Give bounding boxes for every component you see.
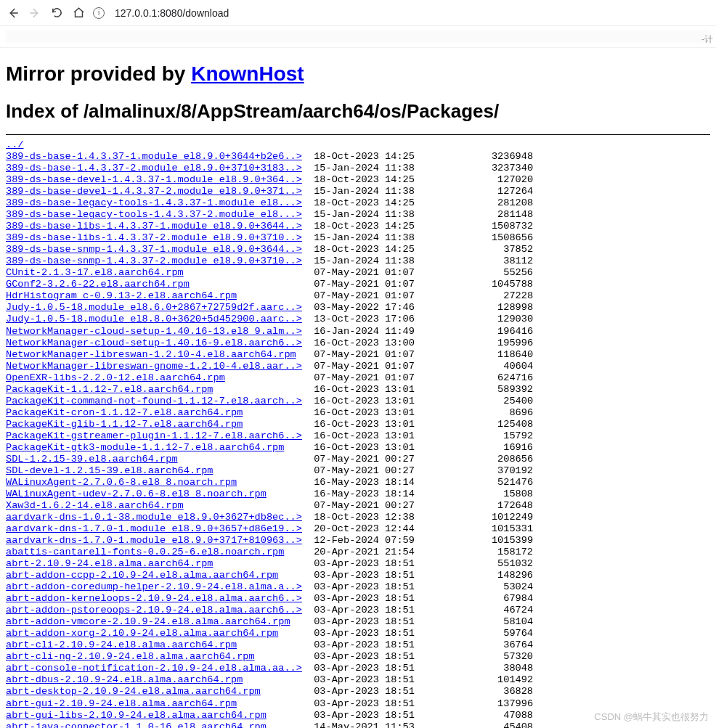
- file-link[interactable]: abrt-addon-coredump-helper-2.10.9-24.el8…: [6, 581, 302, 592]
- mirror-heading-prefix: Mirror provided by: [6, 62, 191, 85]
- file-link[interactable]: WALinuxAgent-2.7.0.6-8.el8_8.noarch.rpm: [6, 477, 237, 488]
- file-link[interactable]: abrt-java-connector-1.1.0-16.el8.aarch64…: [6, 721, 267, 728]
- file-link[interactable]: 389-ds-base-1.4.3.37-2.module_el8.9.0+37…: [6, 163, 302, 173]
- file-listing: ../ 389-ds-base-1.4.3.37-1.module_el8.9.…: [6, 139, 710, 728]
- file-link[interactable]: Judy-1.0.5-18.module_el8.8.0+3620+5d4529…: [6, 314, 302, 324]
- file-link[interactable]: abrt-console-notification-2.10.9-24.el8.…: [6, 663, 302, 674]
- file-link[interactable]: abrt-cli-2.10.9-24.el8.alma.aarch64.rpm: [6, 639, 237, 650]
- file-link[interactable]: 389-ds-base-devel-1.4.3.37-2.module_el8.…: [6, 186, 302, 197]
- file-link[interactable]: SDL-devel-1.2.15-39.el8.aarch64.rpm: [6, 465, 213, 476]
- file-link[interactable]: 389-ds-base-legacy-tools-1.4.3.37-2.modu…: [6, 209, 302, 220]
- file-link[interactable]: abrt-addon-ccpp-2.10.9-24.el8.alma.aarch…: [6, 570, 278, 581]
- knownhost-link[interactable]: KnownHost: [191, 62, 304, 85]
- reload-button[interactable]: [49, 6, 64, 20]
- forward-button: [28, 6, 42, 20]
- file-link[interactable]: abrt-addon-kerneloops-2.10.9-24.el8.alma…: [6, 593, 302, 604]
- file-link[interactable]: NetworkManager-libreswan-1.2.10-4.el8.aa…: [6, 349, 296, 360]
- file-link[interactable]: GConf2-3.2.6-22.el8.aarch64.rpm: [6, 279, 190, 290]
- file-link[interactable]: PackageKit-gtk3-module-1.1.12-7.el8.aarc…: [6, 442, 284, 453]
- file-link[interactable]: SDL-1.2.15-39.el8.aarch64.rpm: [6, 454, 178, 465]
- file-link[interactable]: CUnit-2.1.3-17.el8.aarch64.rpm: [6, 267, 184, 278]
- file-link[interactable]: aardvark-dns-1.0.1-38.module_el8.9.0+362…: [6, 512, 302, 523]
- parent-dir-link[interactable]: ../: [6, 139, 23, 150]
- file-link[interactable]: HdrHistogram_c-0.9.13-2.el8.aarch64.rpm: [6, 290, 237, 301]
- file-link[interactable]: abrt-gui-libs-2.10.9-24.el8.alma.aarch64…: [6, 710, 267, 721]
- file-link[interactable]: PackageKit-1.1.12-7.el8.aarch64.rpm: [6, 384, 213, 395]
- csdn-watermark: CSDN @蜗牛其实也很努力: [594, 711, 709, 724]
- file-link[interactable]: abrt-addon-pstoreoops-2.10.9-24.el8.alma…: [6, 605, 302, 615]
- file-link[interactable]: abrt-addon-vmcore-2.10.9-24.el8.alma.aar…: [6, 616, 290, 627]
- file-link[interactable]: abrt-desktop-2.10.9-24.el8.alma.aarch64.…: [6, 686, 261, 697]
- file-link[interactable]: abrt-2.10.9-24.el8.alma.aarch64.rpm: [6, 558, 213, 569]
- file-link[interactable]: aardvark-dns-1.7.0-1.module_el8.9.0+3657…: [6, 523, 302, 534]
- file-link[interactable]: aardvark-dns-1.7.0-1.module_el8.9.0+3717…: [6, 535, 302, 546]
- address-bar-url[interactable]: 127.0.0.1:8080/download: [115, 7, 229, 19]
- file-link[interactable]: abrt-gui-2.10.9-24.el8.alma.aarch64.rpm: [6, 698, 237, 709]
- file-link[interactable]: abrt-addon-xorg-2.10.9-24.el8.alma.aarch…: [6, 628, 278, 639]
- file-link[interactable]: abrt-cli-ng-2.10.9-24.el8.alma.aarch64.r…: [6, 651, 255, 662]
- file-link[interactable]: NetworkManager-cloud-setup-1.40.16-9.el8…: [6, 338, 302, 348]
- file-link[interactable]: OpenEXR-libs-2.2.0-12.el8.aarch64.rpm: [6, 372, 225, 383]
- arrow-right-icon: [28, 7, 41, 20]
- file-link[interactable]: Xaw3d-1.6.2-14.el8.aarch64.rpm: [6, 500, 184, 511]
- file-link[interactable]: Judy-1.0.5-18.module_el8.6.0+2867+72759d…: [6, 302, 302, 313]
- file-link[interactable]: 389-ds-base-libs-1.4.3.37-2.module_el8.9…: [6, 232, 302, 243]
- site-info-icon[interactable]: i: [93, 7, 105, 19]
- page-content: Mirror provided by KnownHost Index of /a…: [0, 48, 716, 728]
- file-link[interactable]: 389-ds-base-snmp-1.4.3.37-2.module_el8.9…: [6, 255, 302, 266]
- back-button[interactable]: [6, 6, 20, 20]
- bookmarks-bar: [0, 26, 716, 48]
- arrow-left-icon: [7, 7, 20, 20]
- home-button[interactable]: [71, 6, 86, 20]
- file-link[interactable]: 389-ds-base-legacy-tools-1.4.3.37-1.modu…: [6, 197, 302, 208]
- file-link[interactable]: abattis-cantarell-fonts-0.0.25-6.el8.noa…: [6, 547, 284, 557]
- file-link[interactable]: PackageKit-command-not-found-1.1.12-7.el…: [6, 396, 302, 406]
- file-link[interactable]: NetworkManager-cloud-setup-1.40.16-13.el…: [6, 326, 302, 337]
- reload-icon: [51, 7, 63, 19]
- divider: [6, 134, 710, 135]
- file-link[interactable]: PackageKit-gstreamer-plugin-1.1.12-7.el8…: [6, 430, 302, 441]
- file-link[interactable]: NetworkManager-libreswan-gnome-1.2.10-4.…: [6, 361, 302, 372]
- file-link[interactable]: 389-ds-base-1.4.3.37-1.module_el8.9.0+36…: [6, 151, 302, 162]
- file-link[interactable]: WALinuxAgent-udev-2.7.0.6-8.el8_8.noarch…: [6, 488, 267, 499]
- index-title: Index of /almalinux/8/AppStream/aarch64/…: [6, 100, 710, 123]
- file-link[interactable]: 389-ds-base-devel-1.4.3.37-1.module_el8.…: [6, 174, 302, 185]
- home-icon: [73, 7, 85, 19]
- corner-text: -计: [699, 32, 716, 47]
- file-link[interactable]: 389-ds-base-snmp-1.4.3.37-1.module_el8.9…: [6, 244, 302, 255]
- browser-toolbar: i 127.0.0.1:8080/download: [0, 0, 716, 26]
- file-link[interactable]: 389-ds-base-libs-1.4.3.37-1.module_el8.9…: [6, 221, 302, 232]
- file-link[interactable]: PackageKit-glib-1.1.12-7.el8.aarch64.rpm: [6, 419, 243, 430]
- file-link[interactable]: abrt-dbus-2.10.9-24.el8.alma.aarch64.rpm: [6, 674, 243, 685]
- file-link[interactable]: PackageKit-cron-1.1.12-7.el8.aarch64.rpm: [6, 407, 243, 418]
- mirror-heading: Mirror provided by KnownHost: [6, 62, 710, 86]
